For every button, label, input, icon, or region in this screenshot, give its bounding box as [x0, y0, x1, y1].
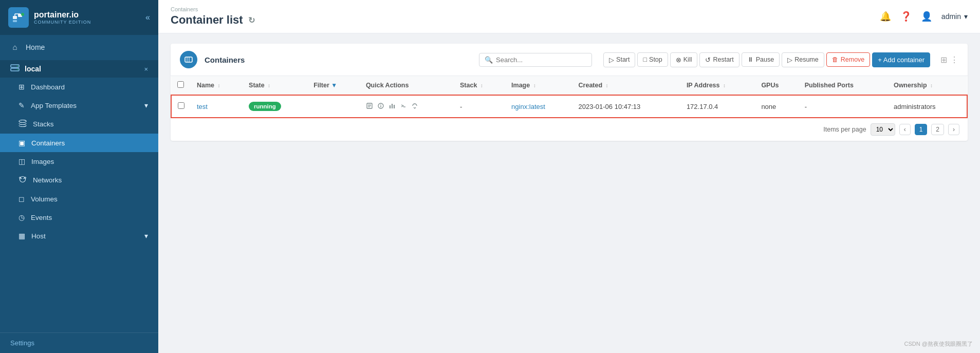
- svg-rect-16: [185, 57, 192, 62]
- logo: portainer.io COMMUNITY EDITION: [8, 7, 91, 28]
- sort-created-icon: ↕: [606, 83, 608, 88]
- events-icon: ◷: [19, 213, 25, 221]
- kill-button[interactable]: ⊗ Kill: [670, 52, 698, 67]
- search-box[interactable]: 🔍: [479, 53, 592, 67]
- home-icon: ⌂: [10, 43, 20, 51]
- sidebar-item-stacks[interactable]: Stacks: [0, 115, 158, 134]
- row-ports-cell: -: [799, 95, 887, 118]
- endpoint-header[interactable]: local ×: [0, 60, 158, 78]
- row-stack-cell: -: [454, 95, 505, 118]
- stop-label: Stop: [649, 56, 662, 63]
- attach-icon[interactable]: [411, 102, 418, 111]
- items-per-page-select[interactable]: 10 25 50: [871, 123, 895, 136]
- svg-rect-2: [13, 20, 17, 22]
- svg-rect-27: [392, 104, 393, 108]
- sidebar-item-stacks-label: Stacks: [33, 120, 54, 128]
- endpoint-label: local: [25, 65, 41, 73]
- start-button[interactable]: ▷ Start: [603, 52, 635, 67]
- endpoint-section: local × ⊞ Dashboard ✎ App Templates ▾: [0, 60, 158, 245]
- content-area: Containers 🔍 ▷ Start □ Stop ⊗: [158, 33, 980, 353]
- col-ports: Published Ports: [799, 76, 887, 95]
- prev-page-button[interactable]: ‹: [899, 124, 911, 135]
- chevron-down-icon: ▾: [144, 101, 148, 109]
- sidebar-item-dashboard-label: Dashboard: [31, 83, 65, 91]
- brand-name: portainer.io: [34, 10, 91, 20]
- pause-button[interactable]: ⏸ Pause: [742, 52, 780, 67]
- sidebar-item-networks[interactable]: Networks: [0, 171, 158, 190]
- svg-rect-0: [13, 16, 17, 19]
- watermark: CSDN @熬夜使我眼圈黑了: [904, 340, 973, 348]
- sidebar-item-volumes[interactable]: ◻ Volumes: [0, 190, 158, 208]
- svg-point-25: [380, 104, 381, 105]
- search-input[interactable]: [496, 56, 586, 64]
- app-templates-icon: ✎: [19, 101, 25, 109]
- row-checkbox-cell[interactable]: [171, 95, 191, 118]
- container-image-link[interactable]: nginx:latest: [511, 103, 545, 110]
- inspect-icon[interactable]: [377, 102, 384, 111]
- sidebar-item-host[interactable]: ▦ Host ▾: [0, 227, 158, 245]
- container-name-link[interactable]: test: [197, 103, 208, 110]
- select-all-header[interactable]: [171, 76, 191, 95]
- select-all-checkbox[interactable]: [177, 81, 184, 88]
- endpoint-close-button[interactable]: ×: [144, 65, 148, 73]
- col-quick-actions: Quick Actions: [360, 76, 454, 95]
- restart-label: Restart: [713, 56, 733, 63]
- svg-line-14: [21, 178, 22, 179]
- notifications-icon[interactable]: 🔔: [880, 11, 891, 22]
- col-state[interactable]: State ↕: [243, 76, 307, 95]
- stop-button[interactable]: □ Stop: [637, 52, 668, 67]
- sidebar-item-images[interactable]: ◫ Images: [0, 152, 158, 171]
- collapse-sidebar-button[interactable]: «: [145, 13, 150, 22]
- user-menu[interactable]: admin ▾: [941, 12, 968, 21]
- col-created[interactable]: Created ↕: [572, 76, 680, 95]
- sort-image-icon: ↕: [533, 83, 536, 88]
- remove-button[interactable]: 🗑 Remove: [826, 52, 871, 67]
- panel-tools: ⊞ ⋮: [940, 55, 958, 65]
- table: Name ↕ State ↕ Filter ▼ Quick Actions St…: [171, 76, 968, 118]
- stats-icon[interactable]: [389, 102, 396, 111]
- page-1-button[interactable]: 1: [915, 124, 928, 135]
- sidebar-item-images-label: Images: [31, 158, 54, 165]
- row-gpus-cell: none: [755, 95, 798, 118]
- endpoint-left: local: [10, 64, 41, 73]
- page-2-button[interactable]: 2: [931, 124, 944, 135]
- user-chevron-icon: ▾: [964, 12, 968, 21]
- svg-point-10: [19, 120, 26, 123]
- col-filter[interactable]: Filter ▼: [307, 76, 360, 95]
- sidebar-item-settings[interactable]: Settings: [0, 332, 158, 353]
- row-name-cell: test: [191, 95, 243, 118]
- refresh-button[interactable]: ↻: [248, 15, 255, 25]
- exec-icon[interactable]: [400, 102, 407, 111]
- col-image[interactable]: Image ↕: [505, 76, 572, 95]
- col-ownership[interactable]: Ownership ↕: [887, 76, 967, 95]
- sidebar: portainer.io COMMUNITY EDITION « ⌂ Home: [0, 0, 158, 353]
- sidebar-item-containers[interactable]: ▣ Containers: [0, 134, 158, 152]
- resume-label: Resume: [794, 56, 819, 63]
- col-stack[interactable]: Stack ↕: [454, 76, 505, 95]
- table-body: test running: [171, 95, 967, 118]
- sidebar-item-app-templates[interactable]: ✎ App Templates ▾: [0, 96, 158, 115]
- restart-button[interactable]: ↺ Restart: [699, 52, 739, 67]
- help-icon[interactable]: ❓: [900, 11, 912, 22]
- containers-panel: Containers 🔍 ▷ Start □ Stop ⊗: [171, 44, 968, 141]
- pagination-bar: Items per page 10 25 50 ‹ 1 2 ›: [171, 118, 968, 141]
- add-container-button[interactable]: + Add container: [872, 52, 930, 67]
- containers-table: Name ↕ State ↕ Filter ▼ Quick Actions St…: [171, 76, 968, 118]
- endpoint-icon: [10, 64, 20, 73]
- sidebar-item-volumes-label: Volumes: [31, 195, 58, 203]
- columns-icon[interactable]: ⊞: [940, 55, 947, 65]
- sidebar-item-events[interactable]: ◷ Events: [0, 208, 158, 227]
- table-row: test running: [171, 95, 967, 118]
- volumes-icon: ◻: [19, 195, 25, 203]
- sidebar-item-dashboard[interactable]: ⊞ Dashboard: [0, 78, 158, 96]
- logs-icon[interactable]: [366, 102, 373, 111]
- col-ip[interactable]: IP Address ↕: [680, 76, 755, 95]
- more-options-icon[interactable]: ⋮: [950, 55, 958, 65]
- resume-button[interactable]: ▷ Resume: [782, 52, 824, 67]
- sidebar-item-home[interactable]: ⌂ Home: [0, 37, 158, 57]
- resume-icon: ▷: [787, 56, 792, 64]
- col-name[interactable]: Name ↕: [191, 76, 243, 95]
- row-checkbox[interactable]: [178, 102, 184, 109]
- next-page-button[interactable]: ›: [948, 124, 959, 135]
- sidebar-item-events-label: Events: [31, 214, 52, 221]
